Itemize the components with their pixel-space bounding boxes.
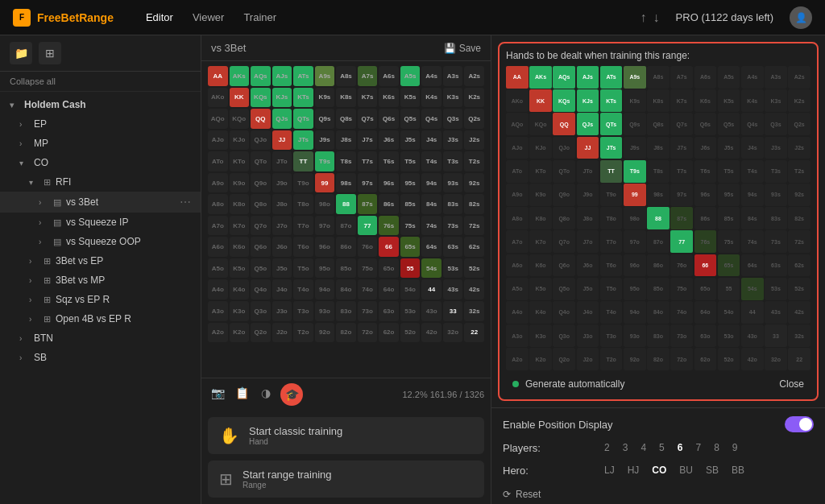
sidebar-item-holdem[interactable]: ▾ Holdem Cash: [0, 95, 201, 114]
sidebar-item-mp[interactable]: › MP: [0, 134, 201, 153]
range-cell[interactable]: T9o: [293, 173, 313, 193]
hands-cell[interactable]: 95o: [624, 278, 646, 300]
range-cell[interactable]: A5o: [208, 258, 228, 279]
range-cell[interactable]: 86o: [336, 237, 356, 257]
range-cell[interactable]: A5s: [400, 66, 421, 86]
range-cell[interactable]: T6s: [379, 151, 399, 171]
hands-cell[interactable]: J2o: [577, 348, 599, 370]
hands-cell[interactable]: QJo: [553, 137, 575, 159]
range-cell[interactable]: 66: [379, 237, 399, 257]
range-cell[interactable]: 72o: [358, 323, 378, 343]
range-cell[interactable]: Q2o: [251, 323, 271, 343]
range-cell[interactable]: A8o: [208, 194, 228, 214]
hands-cell[interactable]: J8o: [577, 207, 599, 229]
range-cell[interactable]: Q2s: [464, 109, 484, 129]
hero-position-option[interactable]: BU: [674, 463, 698, 477]
nav-trainer[interactable]: Trainer: [243, 11, 276, 23]
range-cell[interactable]: JTs: [293, 130, 313, 151]
range-cell[interactable]: T8o: [293, 194, 313, 214]
range-cell[interactable]: K6o: [230, 237, 250, 257]
hands-cell[interactable]: 44: [741, 301, 764, 324]
hands-cell[interactable]: T2o: [600, 348, 623, 370]
range-cell[interactable]: K7o: [230, 216, 250, 236]
range-cell[interactable]: A7s: [358, 66, 378, 86]
range-cell[interactable]: Q4s: [421, 109, 442, 129]
range-cell[interactable]: 96s: [379, 173, 399, 193]
range-cell[interactable]: 92o: [315, 323, 335, 343]
more-options-icon[interactable]: ⋯: [180, 196, 191, 209]
range-cell[interactable]: Q3s: [443, 109, 463, 129]
range-cell[interactable]: Q5o: [251, 258, 271, 279]
hands-cell[interactable]: K9o: [529, 184, 552, 206]
hands-cell[interactable]: 98o: [624, 207, 646, 229]
hands-cell[interactable]: 77: [670, 230, 693, 253]
hands-cell[interactable]: J3s: [765, 137, 787, 159]
hands-cell[interactable]: A6o: [506, 254, 529, 277]
hands-cell[interactable]: 98s: [647, 184, 670, 206]
range-cell[interactable]: 99: [315, 173, 335, 193]
hands-cell[interactable]: ATs: [600, 66, 623, 89]
hands-cell[interactable]: A3o: [506, 324, 529, 347]
range-cell[interactable]: Q9o: [251, 173, 271, 193]
hands-cell[interactable]: Q9s: [624, 113, 646, 135]
hands-cell[interactable]: 42o: [741, 348, 764, 370]
range-cell[interactable]: 65s: [400, 237, 421, 257]
hands-cell[interactable]: T5o: [600, 278, 623, 300]
hands-cell[interactable]: Q7o: [553, 230, 575, 253]
range-cell[interactable]: 52s: [464, 258, 484, 279]
range-cell[interactable]: A9s: [315, 66, 335, 86]
hands-cell[interactable]: T2s: [788, 160, 810, 183]
hands-cell[interactable]: 95s: [718, 184, 740, 206]
range-cell[interactable]: 93s: [443, 173, 463, 193]
hands-cell[interactable]: KJs: [577, 89, 599, 112]
range-cell[interactable]: 42o: [421, 323, 442, 343]
player-count-option[interactable]: 3: [618, 440, 633, 455]
hands-cell[interactable]: Q4s: [741, 113, 764, 135]
range-cell[interactable]: A3o: [208, 301, 228, 321]
hands-cell[interactable]: Q2o: [553, 348, 575, 370]
hands-cell[interactable]: Q6s: [694, 113, 717, 135]
hands-cell[interactable]: KJo: [529, 137, 552, 159]
range-cell[interactable]: 73o: [358, 301, 378, 321]
hands-cell[interactable]: TT: [600, 160, 623, 183]
hands-cell[interactable]: 76o: [670, 254, 693, 277]
player-count-option[interactable]: 2: [599, 440, 615, 455]
range-cell[interactable]: K4o: [230, 279, 250, 300]
range-cell[interactable]: 84s: [421, 194, 442, 214]
range-cell[interactable]: T2s: [464, 151, 484, 171]
collapse-all[interactable]: Collapse all: [0, 72, 201, 92]
range-cell[interactable]: A8s: [336, 66, 356, 86]
hands-cell[interactable]: 22: [788, 348, 810, 370]
sidebar-item-rfi[interactable]: ▾ ⊞ RFI: [0, 172, 201, 192]
hands-cell[interactable]: 88: [647, 207, 670, 229]
hands-cell[interactable]: J6o: [577, 254, 599, 277]
classic-training-button[interactable]: ✋ Start classic training Hand: [208, 417, 484, 454]
range-cell[interactable]: JTo: [272, 151, 292, 171]
range-cell[interactable]: K9s: [315, 88, 335, 108]
hands-cell[interactable]: 86o: [647, 254, 670, 277]
hands-cell[interactable]: 52s: [788, 278, 810, 300]
range-cell[interactable]: 32s: [464, 301, 484, 321]
camera-tool[interactable]: 📷: [208, 383, 227, 403]
hands-cell[interactable]: K5s: [718, 89, 740, 112]
sidebar-item-squeeze-ip[interactable]: › ▤ vs Squeeze IP: [0, 213, 201, 232]
hands-cell[interactable]: Q8o: [553, 207, 575, 229]
hands-cell[interactable]: 52o: [718, 348, 740, 370]
hands-cell[interactable]: JTo: [577, 160, 599, 183]
range-cell[interactable]: 85o: [336, 258, 356, 279]
hands-cell[interactable]: A8o: [506, 207, 529, 229]
hands-cell[interactable]: A3s: [765, 66, 787, 89]
hands-cell[interactable]: JJ: [577, 137, 599, 159]
hands-cell[interactable]: J5s: [718, 137, 740, 159]
hands-cell[interactable]: QTs: [600, 113, 623, 135]
range-cell[interactable]: J8o: [272, 194, 292, 214]
hands-cell[interactable]: J7o: [577, 230, 599, 253]
hands-cell[interactable]: 73o: [670, 324, 693, 347]
hands-cell[interactable]: Q8s: [647, 113, 670, 135]
range-cell[interactable]: 86s: [379, 194, 399, 214]
hands-cell[interactable]: T9o: [600, 184, 623, 206]
hands-cell[interactable]: AQs: [553, 66, 575, 89]
sidebar-item-open4b[interactable]: › ⊞ Open 4B vs EP R: [0, 309, 201, 328]
hands-cell[interactable]: 64o: [694, 301, 717, 324]
range-cell[interactable]: J9s: [315, 130, 335, 151]
